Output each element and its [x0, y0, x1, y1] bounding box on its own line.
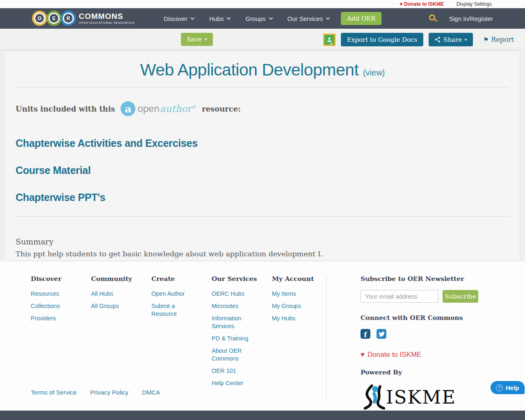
footer-link-help-center[interactable]: Help Center: [212, 379, 261, 387]
units-prefix-text: Units included with this: [16, 105, 115, 113]
footer-link-my-groups[interactable]: My Groups: [272, 302, 322, 310]
logo-ring-o: O: [32, 11, 47, 26]
share-button[interactable]: Share ▾: [429, 33, 473, 46]
main-navbar: O E R COMMONS OPEN EDUCATIONAL RESOURCES…: [0, 8, 525, 29]
save-button[interactable]: Save ▾: [181, 33, 213, 46]
classroom-person-icon: [324, 35, 334, 45]
footer-link-my-hubs[interactable]: My Hubs: [272, 315, 322, 322]
footer-link-submit-resource[interactable]: Submit a Resource: [151, 302, 201, 318]
logo-ring-r: R: [61, 11, 76, 26]
dmca-link[interactable]: DMCA: [142, 389, 160, 396]
footer-link-all-groups[interactable]: All Groups: [91, 302, 141, 310]
legal-links: Terms of Service Privacy Policy DMCA: [31, 389, 160, 396]
oer-commons-logo[interactable]: O E R COMMONS OPEN EDUCATIONAL RESOURCES: [32, 11, 135, 26]
search-icon[interactable]: [429, 14, 438, 23]
unit-link-course-material[interactable]: Course Material: [16, 164, 91, 176]
help-button[interactable]: ? Help: [491, 381, 525, 394]
openauthor-logo[interactable]: a open author+: [121, 101, 196, 116]
openauthor-a-icon: a: [121, 101, 135, 116]
report-link[interactable]: ⚑ Report: [483, 36, 514, 43]
export-google-docs-button[interactable]: Export to Google Docs: [341, 33, 423, 46]
logo-ring-e: E: [46, 11, 62, 26]
chevron-down-icon: [227, 16, 231, 20]
footer-link-oer-101[interactable]: OER 101: [212, 367, 261, 375]
units-intro: Units included with this a open author+ …: [16, 101, 509, 116]
units-suffix-text: resource:: [202, 105, 241, 113]
view-link[interactable]: (view): [363, 68, 385, 77]
utility-bar: ♥ Donate to ISKME Display Settings: [0, 0, 525, 8]
footer-link-microsites[interactable]: Microsites: [212, 302, 261, 310]
sign-in-register-link[interactable]: Sign In/Register: [449, 8, 493, 29]
footer-link-open-author[interactable]: Open Author: [151, 290, 201, 298]
content-divider: [16, 216, 509, 217]
newsletter-email-input[interactable]: [361, 290, 438, 303]
iskme-figure-icon: [361, 383, 388, 411]
nav-menu: Discover Hubs Groups Our Services: [164, 8, 329, 29]
nav-item-discover[interactable]: Discover: [164, 15, 194, 22]
privacy-policy-link[interactable]: Privacy Policy: [90, 389, 128, 396]
flag-icon: ⚑: [483, 36, 488, 43]
unit-link-chapterwise-activities[interactable]: Chapterwise Activities and Excercises: [16, 137, 198, 149]
caret-down-icon: ▾: [465, 38, 467, 42]
share-icon: [435, 37, 441, 43]
google-classroom-icon[interactable]: [323, 34, 336, 46]
heart-icon: ♥: [361, 351, 365, 359]
footer-link-pd-training[interactable]: PD & Training: [212, 335, 261, 342]
newsletter-heading: Subscribe to OER Newsletter: [361, 275, 482, 283]
heart-icon: ♥: [399, 1, 402, 7]
nav-item-hubs[interactable]: Hubs: [209, 15, 230, 22]
chevron-down-icon: [191, 16, 195, 20]
nav-item-our-services[interactable]: Our Services: [288, 15, 330, 22]
caret-down-icon: ▾: [205, 37, 207, 41]
donate-link-label: Donate to ISKME: [404, 1, 444, 7]
resource-content: Web Application Development (view) Units…: [6, 50, 519, 261]
connect-heading: Connect with OER Commons: [361, 314, 482, 322]
footer-link-providers[interactable]: Providers: [31, 315, 80, 322]
terms-of-service-link[interactable]: Terms of Service: [31, 389, 77, 396]
iskme-logo[interactable]: ISKME: [361, 383, 482, 411]
footer-link-collections[interactable]: Collections: [31, 302, 80, 310]
nav-item-groups[interactable]: Groups: [245, 15, 272, 22]
footer-col-our-services: Our Services OERC Hubs Microsites Inform…: [212, 275, 272, 411]
unit-link-chapterwise-ppts[interactable]: Chapterwise PPT's: [16, 192, 105, 203]
summary-label: Summary: [16, 237, 509, 246]
footer-link-oerc-hubs[interactable]: OERC Hubs: [212, 290, 261, 298]
footer-link-all-hubs[interactable]: All Hubs: [91, 290, 141, 298]
resource-toolbar: Save ▾ Export to Google Docs Share: [0, 29, 525, 50]
twitter-icon[interactable]: [377, 329, 386, 339]
question-icon: ?: [496, 384, 503, 391]
footer-link-my-items[interactable]: My Items: [272, 290, 322, 298]
chevron-down-icon: [326, 16, 330, 20]
page-title: Web Application Development: [140, 60, 359, 79]
donate-link-top[interactable]: ♥ Donate to ISKME: [399, 1, 444, 7]
subscribe-button[interactable]: Subscribe: [443, 290, 478, 303]
site-footer: Discover Resources Collections Providers…: [0, 261, 525, 411]
facebook-icon[interactable]: f: [361, 329, 370, 339]
footer-col-my-account: My Account My Items My Groups My Hubs: [272, 275, 326, 411]
bottom-bar: [0, 411, 525, 420]
chevron-down-icon: [269, 16, 273, 20]
summary-text: This ppt help students to get basic know…: [16, 250, 509, 258]
footer-link-information-services[interactable]: Information Services: [212, 315, 261, 330]
donate-link-footer[interactable]: ♥ Donate to ISKME: [361, 351, 482, 359]
footer-col-create: Create Open Author Submit a Resource: [151, 275, 212, 411]
footer-right-section: Subscribe to OER Newsletter Subscribe Co…: [326, 275, 482, 411]
add-oer-button[interactable]: Add OER: [341, 12, 381, 25]
powered-by-label: Powered By: [361, 368, 482, 376]
units-list: Chapterwise Activities and Excercises Co…: [16, 137, 509, 203]
display-settings-link[interactable]: Display Settings: [457, 1, 492, 7]
logo-wordmark: COMMONS OPEN EDUCATIONAL RESOURCES: [79, 12, 135, 25]
footer-link-resources[interactable]: Resources: [31, 290, 80, 298]
footer-link-about-oer-commons[interactable]: About OER Commons: [212, 347, 261, 363]
title-section: Web Application Development (view): [16, 50, 509, 87]
